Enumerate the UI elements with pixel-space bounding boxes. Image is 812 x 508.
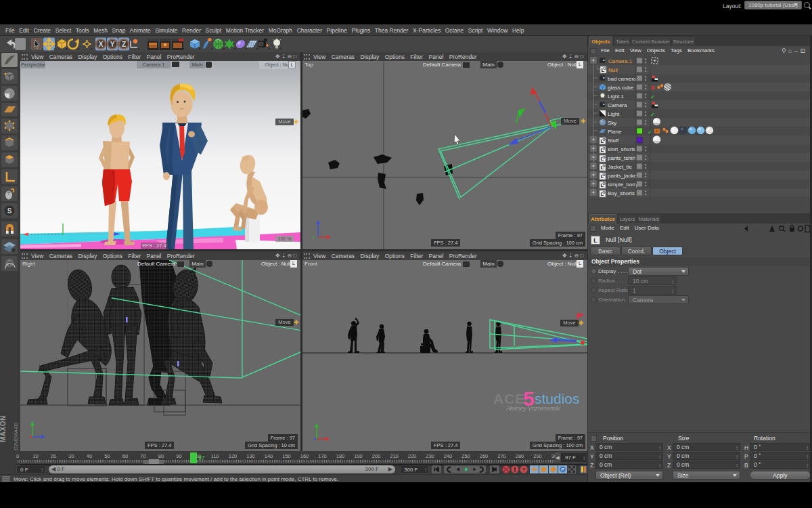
svg-text:180: 180 — [336, 453, 345, 459]
svg-text:bad camera: bad camera — [608, 76, 637, 82]
svg-text:L: L — [601, 165, 604, 171]
svg-text:140: 140 — [265, 453, 273, 459]
svg-text:220: 220 — [408, 453, 417, 459]
svg-text:Null: Null — [608, 67, 618, 73]
svg-text:L: L — [601, 156, 604, 162]
svg-text:97: 97 — [198, 454, 205, 461]
svg-text:170: 170 — [318, 453, 327, 459]
svg-text:Camera: Camera — [608, 102, 627, 108]
svg-text:120: 120 — [229, 453, 238, 459]
svg-text:L: L — [602, 67, 605, 73]
svg-text:130: 130 — [246, 453, 255, 459]
svg-text:10: 10 — [32, 453, 38, 459]
svg-text:P: P — [561, 467, 564, 472]
svg-text:pants_tshirt: pants_tshirt — [608, 155, 636, 161]
svg-text:60: 60 — [122, 453, 128, 459]
svg-text:S: S — [7, 207, 12, 215]
svg-text:190: 190 — [354, 453, 363, 459]
svg-text:280: 280 — [516, 453, 524, 459]
svg-text:L: L — [601, 182, 604, 188]
svg-text:50: 50 — [104, 453, 110, 459]
svg-text:Light: Light — [608, 111, 620, 117]
svg-text:Y: Y — [312, 235, 315, 240]
svg-text:Z: Z — [122, 41, 126, 48]
svg-text:30: 30 — [68, 453, 74, 459]
svg-text:70: 70 — [140, 453, 145, 459]
svg-text:110: 110 — [211, 453, 219, 459]
svg-text:240: 240 — [444, 453, 453, 459]
svg-text:150: 150 — [282, 453, 291, 459]
svg-text:40: 40 — [87, 453, 92, 459]
svg-text:L: L — [601, 147, 604, 153]
svg-text:260: 260 — [480, 453, 489, 459]
svg-text:160: 160 — [300, 453, 309, 459]
svg-text:210: 210 — [390, 453, 399, 459]
svg-text:✓: ✓ — [648, 129, 652, 135]
svg-text:Boy_shorts: Boy_shorts — [608, 190, 635, 196]
svg-text:✕: ✕ — [650, 85, 656, 91]
svg-text:200: 200 — [372, 453, 381, 459]
svg-text:studios: studios — [535, 391, 580, 406]
svg-text:glass cube: glass cube — [608, 85, 634, 91]
svg-text:80: 80 — [158, 453, 164, 459]
svg-text:X: X — [99, 41, 104, 48]
svg-text:90: 90 — [176, 453, 181, 459]
svg-text:L: L — [601, 191, 604, 197]
svg-text:shirt_shorts: shirt_shorts — [608, 146, 635, 152]
svg-text:Aleksey Voznesenski: Aleksey Voznesenski — [505, 405, 561, 412]
svg-text:230: 230 — [426, 453, 434, 459]
svg-text:290: 290 — [533, 453, 542, 459]
svg-text:Sky: Sky — [608, 120, 616, 126]
svg-text:?: ? — [522, 467, 526, 473]
svg-text:simple_body: simple_body — [608, 182, 638, 188]
svg-text:Jacket_tie: Jacket_tie — [608, 164, 633, 170]
svg-text:Light.1: Light.1 — [608, 93, 625, 100]
svg-text:pants_jacket: pants_jacket — [608, 173, 639, 179]
svg-text:✓: ✓ — [650, 94, 655, 100]
svg-text:0: 0 — [16, 453, 19, 459]
svg-text:L: L — [601, 138, 604, 144]
svg-text:Plane: Plane — [608, 129, 622, 135]
svg-text:L: L — [601, 173, 604, 179]
svg-text:250: 250 — [461, 453, 470, 459]
svg-text:Y: Y — [110, 41, 115, 48]
svg-text:270: 270 — [497, 453, 506, 459]
svg-text:20: 20 — [51, 453, 56, 459]
svg-text:Camera.1: Camera.1 — [608, 58, 633, 64]
svg-text:ACE: ACE — [493, 391, 525, 406]
svg-text:Stuff: Stuff — [608, 137, 619, 144]
svg-text:✓: ✓ — [650, 112, 655, 118]
